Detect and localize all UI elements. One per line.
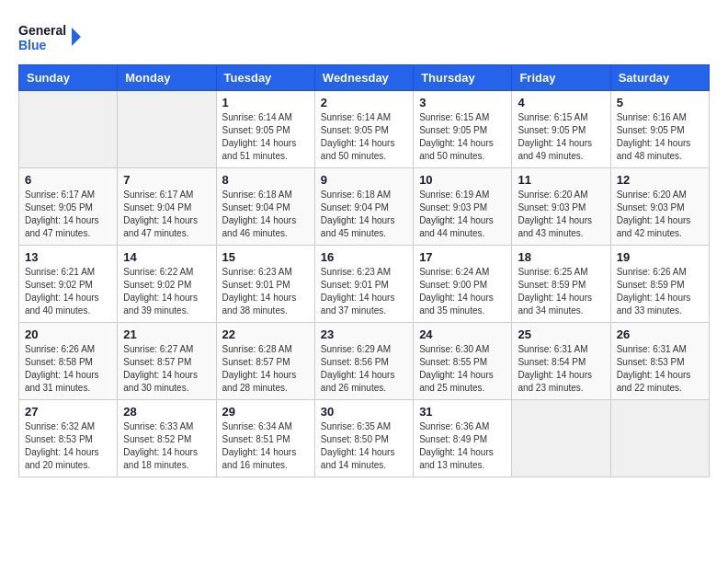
cell-content: Sunrise: 6:14 AMSunset: 9:05 PMDaylight:… bbox=[222, 111, 309, 163]
cell-content: Sunrise: 6:26 AMSunset: 8:59 PMDaylight:… bbox=[617, 266, 703, 317]
day-number: 22 bbox=[222, 327, 309, 341]
day-number: 2 bbox=[321, 96, 407, 109]
calendar-week-row: 6Sunrise: 6:17 AMSunset: 9:05 PMDaylight… bbox=[19, 168, 710, 246]
day-number: 18 bbox=[518, 250, 604, 264]
logo-svg: General Blue bbox=[18, 18, 83, 55]
calendar-cell: 22Sunrise: 6:28 AMSunset: 8:57 PMDayligh… bbox=[216, 323, 314, 400]
cell-content: Sunrise: 6:33 AMSunset: 8:52 PMDaylight:… bbox=[123, 420, 210, 472]
cell-content: Sunrise: 6:31 AMSunset: 8:53 PMDaylight:… bbox=[617, 343, 703, 395]
svg-text:Blue: Blue bbox=[18, 38, 47, 52]
calendar-cell: 13Sunrise: 6:21 AMSunset: 9:02 PMDayligh… bbox=[19, 246, 118, 323]
cell-content: Sunrise: 6:20 AMSunset: 9:03 PMDaylight:… bbox=[617, 189, 703, 240]
day-number: 25 bbox=[518, 327, 604, 341]
svg-text:General: General bbox=[18, 23, 66, 38]
weekday-header-saturday: Saturday bbox=[610, 65, 709, 91]
cell-content: Sunrise: 6:32 AMSunset: 8:53 PMDaylight:… bbox=[25, 420, 111, 472]
cell-content: Sunrise: 6:15 AMSunset: 9:05 PMDaylight:… bbox=[419, 111, 506, 163]
calendar-cell: 19Sunrise: 6:26 AMSunset: 8:59 PMDayligh… bbox=[610, 246, 709, 323]
cell-content: Sunrise: 6:14 AMSunset: 9:05 PMDaylight:… bbox=[321, 111, 407, 163]
day-number: 15 bbox=[222, 250, 309, 264]
cell-content: Sunrise: 6:16 AMSunset: 9:05 PMDaylight:… bbox=[617, 111, 703, 163]
day-number: 3 bbox=[419, 96, 506, 109]
weekday-header-row: SundayMondayTuesdayWednesdayThursdayFrid… bbox=[19, 65, 710, 91]
day-number: 26 bbox=[617, 327, 703, 341]
calendar-week-row: 20Sunrise: 6:26 AMSunset: 8:58 PMDayligh… bbox=[19, 323, 710, 400]
day-number: 10 bbox=[419, 173, 506, 187]
day-number: 8 bbox=[222, 173, 309, 187]
cell-content: Sunrise: 6:29 AMSunset: 8:56 PMDaylight:… bbox=[321, 343, 407, 395]
weekday-header-wednesday: Wednesday bbox=[314, 65, 413, 91]
calendar-cell: 27Sunrise: 6:32 AMSunset: 8:53 PMDayligh… bbox=[19, 400, 118, 477]
day-number: 16 bbox=[321, 250, 407, 264]
day-number: 31 bbox=[419, 405, 506, 419]
calendar-cell: 3Sunrise: 6:15 AMSunset: 9:05 PMDaylight… bbox=[414, 91, 512, 168]
calendar-cell: 12Sunrise: 6:20 AMSunset: 9:03 PMDayligh… bbox=[610, 168, 709, 246]
calendar-cell: 24Sunrise: 6:30 AMSunset: 8:55 PMDayligh… bbox=[414, 323, 512, 400]
cell-content: Sunrise: 6:28 AMSunset: 8:57 PMDaylight:… bbox=[222, 343, 309, 395]
day-number: 9 bbox=[321, 173, 407, 187]
calendar-body: 1Sunrise: 6:14 AMSunset: 9:05 PMDaylight… bbox=[19, 91, 710, 477]
calendar-week-row: 1Sunrise: 6:14 AMSunset: 9:05 PMDaylight… bbox=[19, 91, 710, 168]
calendar-cell: 11Sunrise: 6:20 AMSunset: 9:03 PMDayligh… bbox=[512, 168, 610, 246]
calendar-cell: 28Sunrise: 6:33 AMSunset: 8:52 PMDayligh… bbox=[118, 400, 216, 477]
day-number: 17 bbox=[419, 250, 506, 264]
cell-content: Sunrise: 6:18 AMSunset: 9:04 PMDaylight:… bbox=[321, 189, 407, 240]
calendar-week-row: 27Sunrise: 6:32 AMSunset: 8:53 PMDayligh… bbox=[19, 400, 710, 477]
calendar-cell: 10Sunrise: 6:19 AMSunset: 9:03 PMDayligh… bbox=[414, 168, 512, 246]
calendar-cell: 31Sunrise: 6:36 AMSunset: 8:49 PMDayligh… bbox=[414, 400, 512, 477]
cell-content: Sunrise: 6:23 AMSunset: 9:01 PMDaylight:… bbox=[222, 266, 309, 317]
day-number: 23 bbox=[321, 327, 407, 341]
calendar-table: SundayMondayTuesdayWednesdayThursdayFrid… bbox=[18, 64, 710, 477]
day-number: 13 bbox=[25, 250, 111, 264]
cell-content: Sunrise: 6:27 AMSunset: 8:57 PMDaylight:… bbox=[123, 343, 210, 395]
day-number: 4 bbox=[518, 96, 604, 109]
cell-content: Sunrise: 6:26 AMSunset: 8:58 PMDaylight:… bbox=[25, 343, 111, 395]
cell-content: Sunrise: 6:35 AMSunset: 8:50 PMDaylight:… bbox=[321, 420, 407, 472]
calendar-cell bbox=[610, 400, 709, 477]
day-number: 21 bbox=[123, 327, 210, 341]
calendar-cell bbox=[118, 91, 216, 168]
day-number: 29 bbox=[222, 405, 309, 419]
calendar-cell: 16Sunrise: 6:23 AMSunset: 9:01 PMDayligh… bbox=[314, 246, 413, 323]
weekday-header-sunday: Sunday bbox=[19, 65, 118, 91]
cell-content: Sunrise: 6:20 AMSunset: 9:03 PMDaylight:… bbox=[518, 189, 604, 240]
calendar-week-row: 13Sunrise: 6:21 AMSunset: 9:02 PMDayligh… bbox=[19, 246, 710, 323]
calendar-cell: 7Sunrise: 6:17 AMSunset: 9:04 PMDaylight… bbox=[118, 168, 216, 246]
calendar-cell: 14Sunrise: 6:22 AMSunset: 9:02 PMDayligh… bbox=[118, 246, 216, 323]
weekday-header-thursday: Thursday bbox=[414, 65, 512, 91]
calendar-cell bbox=[19, 91, 118, 168]
day-number: 27 bbox=[25, 405, 111, 419]
calendar-cell: 4Sunrise: 6:15 AMSunset: 9:05 PMDaylight… bbox=[512, 91, 610, 168]
day-number: 19 bbox=[617, 250, 703, 264]
cell-content: Sunrise: 6:18 AMSunset: 9:04 PMDaylight:… bbox=[222, 189, 309, 240]
day-number: 6 bbox=[25, 173, 111, 187]
svg-marker-2 bbox=[72, 28, 81, 46]
weekday-header-monday: Monday bbox=[118, 65, 216, 91]
calendar-cell: 17Sunrise: 6:24 AMSunset: 9:00 PMDayligh… bbox=[414, 246, 512, 323]
calendar-cell: 30Sunrise: 6:35 AMSunset: 8:50 PMDayligh… bbox=[314, 400, 413, 477]
day-number: 30 bbox=[321, 405, 407, 419]
calendar-cell: 6Sunrise: 6:17 AMSunset: 9:05 PMDaylight… bbox=[19, 168, 118, 246]
calendar-cell: 20Sunrise: 6:26 AMSunset: 8:58 PMDayligh… bbox=[19, 323, 118, 400]
day-number: 14 bbox=[123, 250, 210, 264]
calendar-cell: 2Sunrise: 6:14 AMSunset: 9:05 PMDaylight… bbox=[314, 91, 413, 168]
cell-content: Sunrise: 6:23 AMSunset: 9:01 PMDaylight:… bbox=[321, 266, 407, 317]
calendar-cell: 5Sunrise: 6:16 AMSunset: 9:05 PMDaylight… bbox=[610, 91, 709, 168]
page-header: General Blue bbox=[18, 18, 710, 55]
calendar-cell: 25Sunrise: 6:31 AMSunset: 8:54 PMDayligh… bbox=[512, 323, 610, 400]
calendar-cell bbox=[512, 400, 610, 477]
cell-content: Sunrise: 6:15 AMSunset: 9:05 PMDaylight:… bbox=[518, 111, 604, 163]
calendar-cell: 23Sunrise: 6:29 AMSunset: 8:56 PMDayligh… bbox=[314, 323, 413, 400]
day-number: 11 bbox=[518, 173, 604, 187]
cell-content: Sunrise: 6:19 AMSunset: 9:03 PMDaylight:… bbox=[419, 189, 506, 240]
day-number: 1 bbox=[222, 96, 309, 109]
logo: General Blue bbox=[18, 18, 83, 55]
cell-content: Sunrise: 6:30 AMSunset: 8:55 PMDaylight:… bbox=[419, 343, 506, 395]
cell-content: Sunrise: 6:34 AMSunset: 8:51 PMDaylight:… bbox=[222, 420, 309, 472]
cell-content: Sunrise: 6:24 AMSunset: 9:00 PMDaylight:… bbox=[419, 266, 506, 317]
calendar-cell: 15Sunrise: 6:23 AMSunset: 9:01 PMDayligh… bbox=[216, 246, 314, 323]
cell-content: Sunrise: 6:36 AMSunset: 8:49 PMDaylight:… bbox=[419, 420, 506, 472]
calendar-cell: 1Sunrise: 6:14 AMSunset: 9:05 PMDaylight… bbox=[216, 91, 314, 168]
day-number: 5 bbox=[617, 96, 703, 109]
cell-content: Sunrise: 6:17 AMSunset: 9:04 PMDaylight:… bbox=[123, 189, 210, 240]
